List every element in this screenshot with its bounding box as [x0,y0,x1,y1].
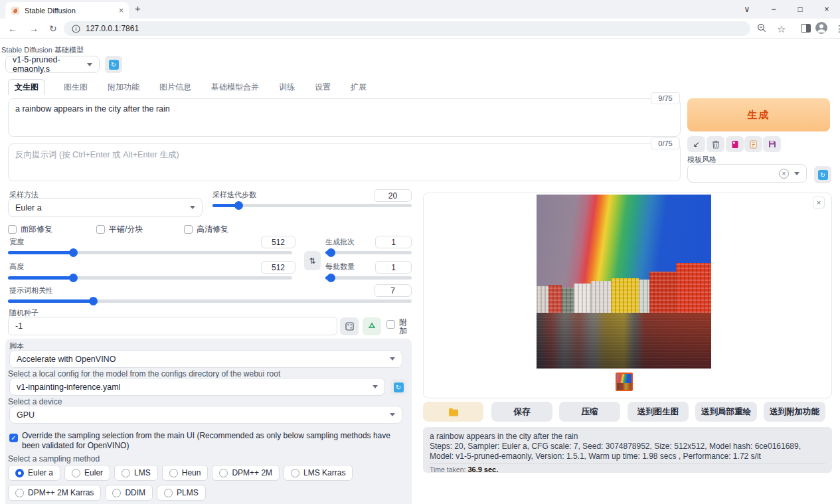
send-to-extras-button[interactable]: 送到附加功能 [764,402,825,422]
prompt-input[interactable] [8,98,681,137]
radio-dpmpp-2m[interactable]: DPM++ 2M [212,465,280,481]
radio-lms-karras[interactable]: LMS Karras [284,465,353,481]
back-icon[interactable]: ← [8,23,17,34]
compress-button[interactable]: 压缩 [559,402,620,422]
generate-button[interactable]: 生成 [687,98,830,131]
tab-checkpoint-merger[interactable]: 基础模型合并 [210,80,260,95]
style-dropdown[interactable]: × [687,164,807,183]
radio-icon[interactable] [72,469,80,477]
swap-dimensions-button[interactable]: ⇅ [304,251,321,270]
style-refresh-button[interactable]: ↻ [814,166,831,183]
tab-img2img[interactable]: 图生图 [62,80,89,95]
maximize-icon[interactable]: □ [787,5,813,14]
tab-close-icon[interactable]: × [119,6,124,15]
negative-prompt-input[interactable] [8,143,681,181]
height-number-input[interactable]: 512 [261,261,295,274]
device-value: GPU [17,410,35,420]
sampler-dropdown[interactable]: Euler a [8,198,203,217]
batch-size-number-input[interactable]: 1 [375,261,412,274]
script-dropdown[interactable]: Accelerate with OpenVINO [9,350,402,368]
swap-arrows-icon: ⇅ [309,256,315,266]
recycle-icon [367,322,377,331]
batch-count-slider[interactable] [325,248,412,258]
open-folder-button[interactable] [423,402,483,422]
checkbox-check-icon[interactable]: ✓ [9,434,18,442]
checkbox-box[interactable] [96,225,105,234]
close-icon[interactable]: × [813,5,840,14]
minimize-icon[interactable]: − [760,5,787,14]
radio-dpmpp-2m-karras[interactable]: DPM++ 2M Karras [8,485,101,501]
extra-networks-button[interactable] [726,136,744,152]
batch-count-number-input[interactable]: 1 [375,236,412,248]
reuse-seed-button[interactable] [363,317,381,335]
new-tab-icon[interactable]: + [135,3,141,14]
generated-image[interactable] [537,195,711,369]
restore-faces-checkbox[interactable]: 面部修复 [8,224,52,235]
tiling-checkbox[interactable]: 平铺/分块 [96,224,143,235]
gallery-close-icon[interactable]: × [813,197,825,209]
tab-extensions[interactable]: 扩展 [349,80,368,95]
cfg-scale-number-input[interactable]: 7 [374,284,412,297]
site-info-icon[interactable] [72,25,80,33]
sidebar-panel-icon[interactable] [801,24,811,33]
send-to-img2img-button[interactable]: 送到图生图 [628,402,689,422]
cfg-scale-label: 提示词相关性 [9,286,53,295]
tab-txt2img[interactable]: 文生图 [8,79,45,95]
steps-slider[interactable] [212,201,412,210]
radio-icon[interactable] [122,469,130,477]
seed-input[interactable]: -1 [8,317,337,335]
save-style-button[interactable] [763,136,781,152]
profile-avatar[interactable] [815,22,827,34]
send-to-inpaint-button[interactable]: 送到局部重绘 [695,402,757,422]
extra-seed-checkbox[interactable]: 附加 [386,318,408,335]
radio-ddim[interactable]: DDIM [105,485,153,501]
radio-selected-icon[interactable] [15,469,24,477]
radio-euler-a[interactable]: Euler a [8,465,60,481]
time-taken-label: Time taken: [430,465,465,473]
checkbox-box[interactable] [386,320,395,329]
tab-train[interactable]: 训练 [278,80,296,95]
tab-settings[interactable]: 设置 [313,80,332,95]
batch-size-slider[interactable] [325,273,412,283]
checkbox-box[interactable] [8,225,17,234]
override-sampling-checkbox[interactable]: ✓ Override the sampling selection from t… [9,431,394,451]
clear-prompt-button[interactable] [707,136,724,152]
model-refresh-button[interactable]: ↻ [105,56,122,73]
bookmark-star-icon[interactable]: ☆ [777,23,786,35]
tab-extras[interactable]: 附加功能 [106,80,141,95]
radio-icon[interactable] [169,469,178,477]
more-menu-icon[interactable]: ⋮ [835,23,840,34]
model-dropdown[interactable]: v1-5-pruned-emaonly.s [5,56,100,73]
config-refresh-button[interactable]: ↻ [390,379,406,395]
radio-lms[interactable]: LMS [114,465,158,481]
radio-euler[interactable]: Euler [64,465,110,481]
radio-icon[interactable] [112,489,121,497]
apply-style-button[interactable] [744,136,762,152]
browser-tab[interactable]: Stable Diffusion × [5,2,129,19]
random-seed-button[interactable] [340,317,359,335]
url-field[interactable]: 127.0.0.1:7861 [64,21,750,36]
config-dropdown[interactable]: v1-inpainting-inference.yaml [9,378,385,396]
radio-icon[interactable] [164,489,173,497]
width-slider[interactable] [8,248,292,258]
checkbox-box[interactable] [184,225,193,234]
radio-icon[interactable] [219,469,228,477]
paste-params-button[interactable]: ↙ [687,136,705,152]
tab-png-info[interactable]: 图片信息 [158,80,193,95]
radio-heun[interactable]: Heun [162,465,209,481]
device-dropdown[interactable]: GPU [9,406,402,424]
reload-icon[interactable]: ↻ [49,23,57,34]
cfg-scale-slider[interactable] [8,296,412,306]
radio-plms[interactable]: PLMS [157,485,206,501]
clear-selection-icon[interactable]: × [779,169,789,179]
browser-menu-chevron-icon[interactable]: ∨ [734,5,760,14]
radio-icon[interactable] [15,489,24,497]
height-slider[interactable] [8,273,292,283]
radio-icon[interactable] [291,469,299,477]
gallery-thumbnail[interactable] [616,373,633,391]
zoom-out-icon[interactable] [757,23,766,33]
forward-icon[interactable]: → [29,23,39,34]
save-button[interactable]: 保存 [491,402,552,422]
hires-fix-checkbox[interactable]: 高清修复 [184,224,228,235]
width-number-input[interactable]: 512 [261,236,295,248]
